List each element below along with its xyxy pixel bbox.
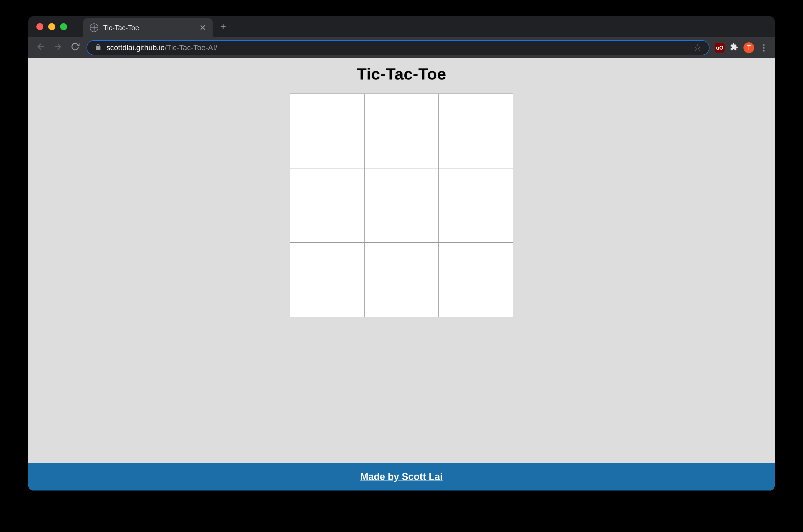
board-cell-8[interactable] bbox=[439, 243, 513, 317]
board-cell-2[interactable] bbox=[439, 94, 513, 168]
address-bar[interactable]: scottdlai.github.io/Tic-Tac-Toe-AI/ ☆ bbox=[87, 40, 709, 55]
browser-window: Tic-Tac-Toe ✕ + scottdlai.github.io/Tic-… bbox=[28, 16, 775, 491]
board-cell-4[interactable] bbox=[364, 168, 439, 243]
maximize-window-button[interactable] bbox=[60, 23, 67, 30]
lock-icon bbox=[95, 44, 101, 52]
tab-title: Tic-Tac-Toe bbox=[103, 24, 194, 32]
window-controls bbox=[36, 23, 67, 30]
browser-toolbar: scottdlai.github.io/Tic-Tac-Toe-AI/ ☆ uO… bbox=[28, 37, 775, 58]
board-cell-1[interactable] bbox=[364, 94, 439, 168]
back-button[interactable] bbox=[35, 42, 46, 54]
reload-button[interactable] bbox=[69, 42, 81, 53]
tic-tac-toe-board bbox=[290, 94, 513, 317]
page-main: Tic-Tac-Toe bbox=[28, 58, 775, 463]
browser-menu-icon[interactable]: ⋮ bbox=[760, 43, 768, 53]
new-tab-button[interactable]: + bbox=[220, 22, 226, 32]
board-cell-6[interactable] bbox=[290, 243, 364, 317]
profile-avatar[interactable]: T bbox=[743, 42, 754, 53]
page-content: Tic-Tac-Toe Made by Scott Lai bbox=[28, 58, 775, 491]
close-tab-icon[interactable]: ✕ bbox=[199, 24, 206, 32]
browser-tab[interactable]: Tic-Tac-Toe ✕ bbox=[83, 18, 213, 37]
bookmark-star-icon[interactable]: ☆ bbox=[694, 43, 702, 53]
page-footer: Made by Scott Lai bbox=[28, 463, 775, 491]
forward-button[interactable] bbox=[52, 42, 64, 54]
tab-bar: Tic-Tac-Toe ✕ + bbox=[28, 16, 775, 37]
board-cell-5[interactable] bbox=[439, 168, 513, 243]
globe-icon bbox=[90, 23, 98, 32]
page-title: Tic-Tac-Toe bbox=[357, 65, 446, 83]
close-window-button[interactable] bbox=[36, 23, 43, 30]
board-cell-7[interactable] bbox=[364, 243, 439, 317]
url-domain: scottdlai.github.io bbox=[107, 43, 165, 52]
ublock-extension-icon[interactable]: uO bbox=[715, 43, 725, 53]
url-path: /Tic-Tac-Toe-AI/ bbox=[165, 43, 217, 52]
board-cell-0[interactable] bbox=[290, 94, 364, 168]
minimize-window-button[interactable] bbox=[48, 23, 55, 30]
url-text: scottdlai.github.io/Tic-Tac-Toe-AI/ bbox=[107, 43, 689, 52]
board-cell-3[interactable] bbox=[290, 168, 364, 243]
extensions-icon[interactable] bbox=[730, 43, 738, 53]
footer-author-link[interactable]: Made by Scott Lai bbox=[360, 471, 443, 482]
